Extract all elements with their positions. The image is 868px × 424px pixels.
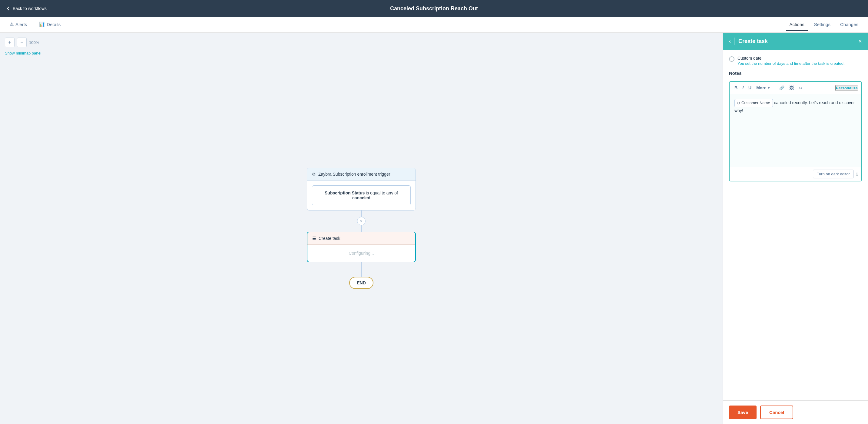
notes-label: Notes: [729, 70, 862, 76]
image-icon: 🖼: [789, 85, 794, 90]
customer-name-token: ⊙ Customer Name: [735, 99, 773, 107]
workflow-container: ⚙ Zaybra Subscription enrollment trigger…: [307, 168, 416, 289]
panel-footer: Save Cancel: [723, 400, 868, 424]
info-icon[interactable]: ℹ: [856, 172, 858, 177]
editor-footer: Turn on dark editor ℹ: [730, 167, 861, 181]
details-button[interactable]: 📊 Details: [35, 19, 64, 31]
panel-body: Custom date You set the number of days a…: [723, 50, 868, 400]
condition-plain: is equal to any of: [365, 190, 398, 195]
right-panel: ‹ Create task × Custom date You set the …: [723, 33, 868, 424]
condition-bold-1: Subscription Status: [325, 190, 365, 195]
minimap-toggle[interactable]: Show minimap panel: [5, 51, 41, 55]
custom-date-text: Custom date You set the number of days a…: [738, 56, 845, 66]
panel-close-button[interactable]: ×: [858, 38, 862, 45]
tab-settings[interactable]: Settings: [810, 19, 834, 31]
custom-date-radio[interactable]: [729, 56, 735, 62]
zoom-level: 100%: [29, 40, 39, 45]
editor-content[interactable]: ⊙ Customer Name canceled recently. Let's…: [730, 94, 861, 167]
panel-divider: [735, 37, 735, 45]
bold-button[interactable]: B: [733, 84, 739, 91]
tabs-bar: ⚠ Alerts 📊 Details Actions Settings Chan…: [0, 17, 868, 33]
canvas-controls: + − 100%: [5, 37, 39, 47]
save-button[interactable]: Save: [729, 405, 756, 419]
back-label: Back to workflows: [13, 6, 46, 11]
toolbar-divider-1: [775, 85, 775, 91]
topbar: Back to workflows Canceled Subscription …: [0, 0, 868, 17]
trigger-node[interactable]: ⚙ Zaybra Subscription enrollment trigger…: [307, 168, 416, 211]
notes-editor: B I U More ▼ 🔗 🖼: [729, 81, 862, 181]
main-layout: + − 100% Show minimap panel ⚙ Zaybra Sub…: [0, 33, 868, 424]
alerts-button[interactable]: ⚠ Alerts: [6, 19, 31, 31]
page-title: Canceled Subscription Reach Out: [390, 5, 478, 12]
editor-toolbar: B I U More ▼ 🔗 🖼: [730, 82, 861, 94]
more-caret-icon: ▼: [768, 86, 771, 90]
emoji-icon: ☺: [798, 85, 803, 90]
details-icon: 📊: [39, 22, 45, 27]
custom-date-option[interactable]: Custom date You set the number of days a…: [729, 56, 862, 66]
trigger-icon: ⚙: [312, 172, 316, 177]
condition-box: Subscription Status is equal to any of c…: [312, 185, 411, 205]
trigger-body: Subscription Status is equal to any of c…: [307, 181, 415, 210]
toolbar-divider-2: [807, 85, 807, 91]
alert-icon: ⚠: [10, 22, 13, 27]
dark-editor-button[interactable]: Turn on dark editor: [813, 170, 854, 178]
underline-button[interactable]: U: [747, 84, 753, 91]
link-icon: 🔗: [779, 85, 784, 90]
connector-bottom: [361, 262, 362, 277]
action-body: Configuring...: [307, 245, 415, 262]
trigger-label: Zaybra Subscription enrollment trigger: [318, 172, 390, 177]
action-status: Configuring...: [349, 251, 374, 255]
panel-title: Create task: [738, 38, 768, 44]
emoji-button[interactable]: ☺: [797, 84, 804, 91]
insert-image-button[interactable]: 🖼: [787, 84, 795, 91]
cancel-button[interactable]: Cancel: [760, 405, 793, 419]
tab-actions[interactable]: Actions: [786, 19, 808, 31]
zoom-in-button[interactable]: +: [5, 37, 14, 47]
end-node: END: [349, 277, 373, 289]
action-header: ☰ Create task: [307, 232, 415, 245]
canvas-area: + − 100% Show minimap panel ⚙ Zaybra Sub…: [0, 33, 723, 424]
connector-remove[interactable]: ×: [357, 217, 366, 225]
panel-back-button[interactable]: ‹: [729, 38, 731, 44]
notes-section: Notes B I U More ▼ 🔗: [729, 70, 862, 181]
action-node[interactable]: ☰ Create task Configuring...: [307, 232, 416, 262]
connector-top: ×: [361, 211, 362, 232]
action-label: Create task: [319, 236, 340, 241]
trigger-header: ⚙ Zaybra Subscription enrollment trigger: [307, 168, 415, 181]
insert-link-button[interactable]: 🔗: [777, 84, 786, 91]
token-label: Customer Name: [741, 100, 770, 106]
action-icon: ☰: [312, 236, 316, 241]
panel-header: ‹ Create task ×: [723, 33, 868, 50]
panel-header-left: ‹ Create task: [729, 37, 768, 45]
toolbar-left: ⚠ Alerts 📊 Details: [6, 19, 64, 31]
custom-date-label: Custom date: [738, 56, 845, 61]
condition-bold-2: canceled: [352, 195, 370, 200]
custom-date-desc: You set the number of days and time afte…: [738, 61, 845, 66]
back-to-workflows[interactable]: Back to workflows: [6, 6, 46, 11]
italic-button[interactable]: I: [741, 84, 745, 91]
zoom-out-button[interactable]: −: [17, 37, 27, 47]
more-button[interactable]: More ▼: [754, 84, 772, 91]
personalize-button[interactable]: Personalize: [835, 85, 858, 91]
token-icon: ⊙: [737, 100, 740, 106]
tab-changes[interactable]: Changes: [837, 19, 862, 31]
